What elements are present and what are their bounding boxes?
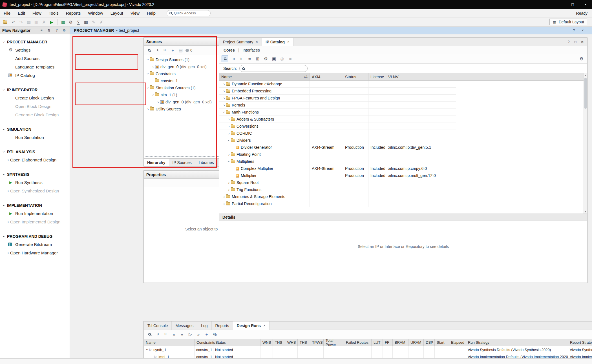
column-header-ff[interactable]: FF [383,339,393,346]
tab-project-summary[interactable]: Project Summary× [219,38,262,46]
expander-icon[interactable]: › [6,220,10,224]
column-header-status[interactable]: Status [213,339,260,346]
column-header-total-power[interactable]: Total Power [324,339,344,346]
column-header-start[interactable]: Start [435,339,449,346]
expander-icon[interactable]: › [2,40,6,44]
settings-icon[interactable]: ⚙ [578,56,585,62]
menu-view[interactable]: View [127,9,143,17]
expander-icon[interactable]: › [146,72,150,76]
expander-icon[interactable]: › [2,172,6,176]
maximize-icon[interactable]: □ [566,0,579,9]
license-icon[interactable]: ▣ [271,56,277,62]
close-icon[interactable]: × [579,0,592,9]
expander-icon[interactable]: › [227,131,231,135]
expander-icon[interactable]: › [146,86,150,90]
expander-icon[interactable]: › [6,158,10,162]
expander-icon[interactable]: › [222,202,226,206]
layout-selector[interactable]: ▦ Default Layout [549,19,587,25]
expander-icon[interactable]: › [222,195,226,199]
catalog-row-square-root[interactable]: ›Square Root [219,179,456,186]
expander-icon[interactable]: › [2,234,6,238]
catalog-row-trig-functions[interactable]: ›Trig Functions [219,186,456,193]
collapse-all-icon[interactable]: » [154,331,161,338]
tab-hierarchy[interactable]: Hierarchy [144,159,169,166]
catalog-row-adders-subtracters[interactable]: ›Adders & Subtracters [219,116,456,123]
column-header-whs[interactable]: WHS [285,339,298,346]
settings-icon[interactable]: ⚙ [61,27,67,34]
column-header-elapsed[interactable]: Elapsed [449,339,466,346]
expand-all-icon[interactable]: » [238,56,244,62]
help-icon[interactable]: ? [571,27,577,34]
catalog-row-conversions[interactable]: ›Conversions [219,123,456,130]
expander-icon[interactable]: › [151,93,155,97]
run-icon[interactable]: ▶ [48,19,55,25]
close-tab-icon[interactable]: × [287,40,290,44]
tab-reports[interactable]: Reports [212,321,233,330]
menu-reports[interactable]: Reports [62,9,85,17]
flownav-section-header-ip-integrator[interactable]: ›IP INTEGRATOR [0,86,70,94]
menu-help[interactable]: Help [143,9,159,17]
tab-design-runs[interactable]: Design Runs× [233,321,270,330]
menu-file[interactable]: File [0,9,14,17]
minimize-icon[interactable]: – [553,0,566,9]
flownav-item-settings[interactable]: ⚙Settings [0,46,70,54]
expander-icon[interactable]: › [222,96,226,100]
expander-icon[interactable]: › [227,159,231,163]
expander-icon[interactable]: › [156,100,160,104]
scrollbar-thumb[interactable] [584,78,587,109]
flownav-item-generate-bitstream[interactable]: Generate Bitstream [0,240,70,248]
column-header-license[interactable]: License [368,73,386,80]
step-back-icon[interactable]: « [179,331,185,338]
tab-log[interactable]: Log [197,321,211,330]
flownav-section-header-rtl-analysis[interactable]: ›RTL ANALYSIS [0,148,70,156]
search-icon[interactable] [222,56,228,62]
flownav-item-run-synthesis[interactable]: ▶Run Synthesis [0,178,70,187]
column-header-vlnv[interactable]: VLNV [386,73,456,80]
catalog-row-cordic[interactable]: ›CORDIC [219,130,456,137]
expander-icon[interactable]: › [2,203,6,207]
catalog-row-floating-point[interactable]: ›Floating Point [219,151,456,158]
catalog-row-kernels[interactable]: ›Kernels [219,102,456,109]
run-row-synth-1[interactable]: ›▷synth_1constrs_1Not startedVivado Synt… [144,346,592,353]
column-header-lut[interactable]: LUT [372,339,383,346]
scroll-down-icon[interactable]: ▾ [584,210,587,213]
column-header-uram[interactable]: URAM [408,339,424,346]
help-icon[interactable]: ? [54,27,60,34]
tab-messages[interactable]: Messages [172,321,197,330]
column-header-name[interactable]: Name [144,339,195,346]
collapse-all-icon[interactable]: » [230,56,236,62]
expander-icon[interactable]: › [2,88,6,92]
column-header-bram[interactable]: BRAM [393,339,408,346]
column-header-report-strategy[interactable]: Report Strategy [568,339,592,346]
help-icon[interactable]: ? [566,40,571,44]
settings-icon[interactable]: ⚙ [68,19,74,25]
catalog-row-multipliers[interactable]: ›Multipliers [219,158,456,165]
column-header-wns[interactable]: WNS [260,339,273,346]
catalog-row-dividers[interactable]: ›Dividers [219,137,456,144]
menu-layout[interactable]: Layout [107,9,127,17]
expander-icon[interactable]: › [146,107,150,111]
scroll-up-icon[interactable]: ▴ [584,74,587,77]
tab-ip-catalog[interactable]: IP Catalog× [262,38,293,46]
menu-tools[interactable]: Tools [45,9,62,17]
menu-edit[interactable]: Edit [14,9,29,17]
add-sources-icon[interactable]: + [170,47,176,54]
undo-icon[interactable]: ↶ [10,19,17,25]
expander-icon[interactable]: › [222,110,226,114]
catalog-row-dynamic-function-exchange[interactable]: ›Dynamic Function eXchange [219,81,456,88]
flownav-section-header-project-manager[interactable]: ›PROJECT MANAGER [0,38,70,46]
flownav-item-language-templates[interactable]: Language Templates [0,63,70,71]
create-runs-icon[interactable]: + [204,331,210,338]
expander-icon[interactable]: › [227,152,231,156]
collapse-all-icon[interactable]: » [154,47,160,54]
column-header-tpws[interactable]: TPWS [310,339,324,346]
catalog-row-partial-reconfiguration[interactable]: ›Partial Reconfiguration [219,200,456,207]
column-header-name[interactable]: Name∧1 [219,73,310,80]
expander-icon[interactable]: › [2,127,6,131]
flownav-section-header-synthesis[interactable]: ›SYNTHESIS [0,171,70,178]
ip-search-input[interactable] [247,66,297,71]
messages-badge[interactable]: 0 [185,47,192,54]
catalog-row-multiplier[interactable]: ›MultiplierProductionIncludedxilinx.com:… [219,172,456,179]
expander-icon[interactable]: › [145,348,149,352]
ip-settings-icon[interactable]: ⚙ [263,56,269,62]
